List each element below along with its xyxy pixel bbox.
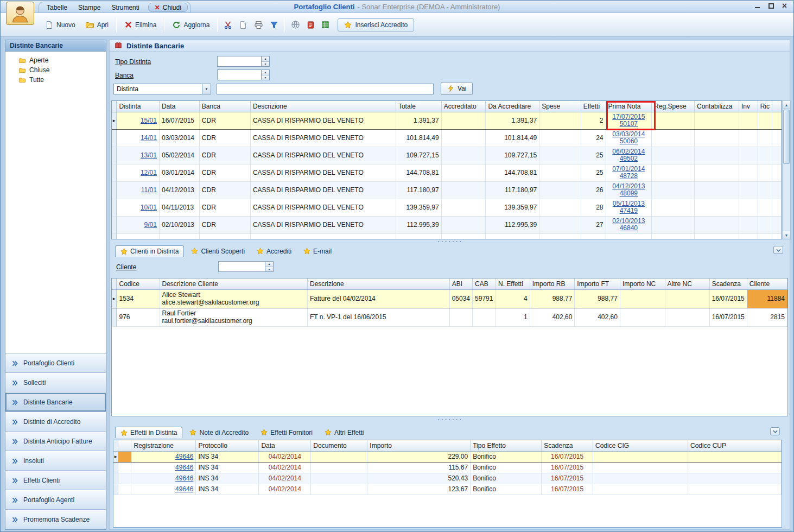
spin-down-icon[interactable]: ▼ [265, 267, 273, 272]
col-totale[interactable]: Totale [396, 101, 441, 112]
effetto-row[interactable]: ► 49646 INS 34 04/02/2014 229,00 Bonific… [113, 451, 782, 462]
col-effetti[interactable]: Effetti [581, 101, 606, 112]
filter-button[interactable] [267, 18, 281, 31]
distinta-row[interactable]: 14/01 03/03/2014 CDR CASSA DI RISPARMIO … [112, 129, 782, 147]
tab-effetti-in-distinta[interactable]: Effetti in Distinta [115, 427, 182, 438]
menu-chiudi[interactable]: ✕ Chiudi [148, 3, 188, 12]
col-cliente[interactable]: Cliente [747, 278, 787, 289]
col-spese[interactable]: Spese [539, 101, 581, 112]
distinta-link[interactable]: 12/01 [141, 169, 157, 176]
aggiorna-button[interactable]: Aggiorna [168, 18, 214, 31]
col-prima-nota[interactable]: Prima Nota [606, 101, 652, 112]
sidebar-item-effetti-clienti[interactable]: Effetti Clienti [5, 471, 106, 490]
col-descrizione[interactable]: Descrizione [250, 101, 396, 112]
tab-clienti-in-distinta[interactable]: Clienti in Distinta [115, 245, 184, 257]
inserisci-accredito-button[interactable]: Inserisci Accredito [338, 18, 414, 31]
menu-strumenti[interactable]: Strumenti [106, 3, 144, 12]
chevron-down-icon[interactable]: ▼ [202, 84, 211, 94]
distinta-row[interactable]: 9/01 02/10/2013 CDR CASSA DI RISPARMIO D… [112, 216, 782, 233]
col-descrizione-cliente[interactable]: Descrizione Cliente [160, 278, 307, 289]
tree-item-chiuse[interactable]: Chiuse [5, 65, 106, 75]
banca-input[interactable] [218, 70, 261, 80]
print-button[interactable] [251, 18, 266, 31]
effetto-row[interactable]: 49646 INS 34 04/02/2014 520,43 Bonifico … [113, 473, 782, 484]
distinta-link[interactable]: 9/01 [144, 221, 157, 229]
col-distinta[interactable]: Distinta [117, 101, 159, 112]
cliente-row[interactable]: 976 Raul Fortierraul.fortier@sakilacusto… [112, 308, 787, 326]
col-descrizione[interactable]: Descrizione [307, 278, 449, 289]
close-button[interactable]: × [782, 3, 787, 9]
menu-tabelle[interactable]: Tabelle [41, 3, 73, 12]
prima-nota-link[interactable]: 49502 [608, 155, 650, 162]
elimina-button[interactable]: Elimina [120, 18, 161, 31]
excel-export-button[interactable] [319, 18, 332, 31]
tab-altri-effetti[interactable]: Altri Effetti [320, 427, 369, 438]
sidebar-item-distinta-anticipo-fatture[interactable]: Distinta Anticipo Fatture [5, 432, 106, 451]
col-reg-spese[interactable]: Reg.Spese [652, 101, 695, 112]
nuovo-button[interactable]: Nuovo [41, 18, 80, 31]
col-tipo-effetto[interactable]: Tipo Effetto [471, 440, 542, 451]
registrazione-link[interactable]: 49646 [175, 453, 193, 460]
sidebar-item-distinte-di-accredito[interactable]: Distinte di Accredito [5, 412, 106, 432]
col-codice-cig[interactable]: Codice CIG [593, 440, 688, 451]
distinta-combobox[interactable]: Distinta ▼ [113, 84, 211, 94]
col-altre-nc[interactable]: Altre NC [665, 278, 709, 289]
scroll-down-arrow-icon[interactable]: ▼ [783, 231, 790, 239]
col-documento[interactable]: Documento [311, 440, 367, 451]
distinta-row[interactable]: 12/01 03/01/2014 CDR CASSA DI RISPARMIO … [112, 164, 782, 181]
tab-effetti-fornitori[interactable]: Effetti Fornitori [256, 427, 317, 438]
minimize-button[interactable] [755, 3, 760, 9]
tipo-distinta-label[interactable]: Tipo Distinta [115, 58, 151, 66]
apri-button[interactable]: Apri [81, 18, 113, 31]
distinta-link[interactable]: 11/01 [141, 186, 157, 194]
col-da-accreditare[interactable]: Da Accreditare [486, 101, 539, 112]
spin-down-icon[interactable]: ▼ [262, 62, 269, 67]
tree-item-aperte[interactable]: Aperte [5, 55, 106, 65]
col-codice-cup[interactable]: Codice CUP [688, 440, 782, 451]
sidebar-item-promemoria-scadenze[interactable]: Promemoria Scadenze [5, 510, 106, 529]
prima-nota-link[interactable]: 48728 [608, 173, 650, 180]
col-protocollo[interactable]: Protocollo [196, 440, 259, 451]
scroll-up-arrow-icon[interactable]: ▲ [783, 101, 790, 109]
col-accreditato[interactable]: Accreditato [441, 101, 486, 112]
col-banca[interactable]: Banca [199, 101, 250, 112]
sidebar-item-portafoglio-agenti[interactable]: Portafoglio Agenti [5, 490, 106, 510]
horizontal-splitter[interactable]: ······· [111, 239, 790, 244]
sidebar-item-portafoglio-clienti[interactable]: Portafoglio Clienti [5, 353, 106, 373]
col-data[interactable]: Data [259, 440, 311, 451]
col-importo[interactable]: Importo [367, 440, 471, 451]
pdf-export-button[interactable] [304, 18, 317, 31]
col-importo-nc[interactable]: Importo NC [620, 278, 665, 289]
vertical-scrollbar[interactable]: ▲ ▼ [782, 100, 791, 239]
banca-label[interactable]: Banca [115, 72, 134, 79]
collapse-pane-button[interactable] [773, 246, 783, 254]
distinta-row[interactable]: 11/01 04/12/2013 CDR CASSA DI RISPARMIO … [112, 181, 782, 199]
registrazione-link[interactable]: 49646 [175, 464, 193, 471]
collapse-pane-button[interactable] [770, 427, 780, 435]
prima-nota-link[interactable]: 46840 [608, 225, 650, 232]
sidebar-item-solleciti[interactable]: Solleciti [5, 373, 106, 392]
col-n-effetti[interactable]: N. Effetti [496, 278, 530, 289]
prima-nota-link[interactable]: 50060 [608, 138, 650, 145]
scrollbar-thumb[interactable] [783, 110, 790, 164]
search-input[interactable] [217, 84, 434, 94]
prima-nota-link[interactable]: 47419 [608, 207, 650, 214]
col-contabilizza[interactable]: Contabilizza [695, 101, 739, 112]
col-registrazione[interactable]: Registrazione [131, 440, 196, 451]
cut-button[interactable] [221, 18, 235, 31]
distinta-row[interactable]: ► 15/01 16/07/2015 CDR CASSA DI RISPARMI… [112, 112, 782, 129]
tree-item-tutte[interactable]: Tutte [5, 75, 106, 85]
spin-up-icon[interactable]: ▲ [262, 56, 269, 62]
spin-up-icon[interactable]: ▲ [265, 262, 273, 267]
prima-nota-link[interactable]: 48099 [608, 190, 650, 197]
tab-note-di-accredito[interactable]: Note di Accredito [185, 427, 253, 438]
col-scadenza[interactable]: Scadenza [709, 278, 747, 289]
cliente-input[interactable] [219, 262, 265, 271]
distinta-link[interactable]: 10/01 [141, 204, 157, 211]
tab-accrediti[interactable]: Accrediti [252, 245, 296, 257]
web-button[interactable] [288, 18, 303, 31]
tipo-distinta-input[interactable] [218, 56, 261, 66]
col-abi[interactable]: ABI [449, 278, 472, 289]
distinta-link[interactable]: 14/01 [141, 134, 157, 142]
distinta-row[interactable]: 10/01 04/11/2013 CDR CASSA DI RISPARMIO … [112, 199, 782, 216]
